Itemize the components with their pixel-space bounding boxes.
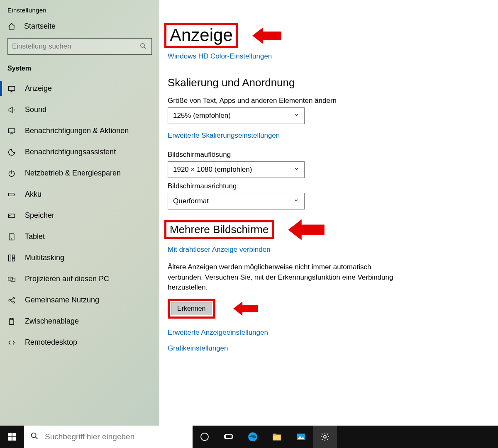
svg-rect-12 xyxy=(8,277,12,280)
focus-assist-icon xyxy=(7,148,16,156)
label-text-size: Größe von Text, Apps und anderen Element… xyxy=(168,97,498,105)
sidebar-item-label: Benachrichtigungen & Aktionen xyxy=(25,127,129,135)
project-icon xyxy=(7,275,16,283)
taskbar-photos[interactable] xyxy=(289,426,313,448)
svg-point-24 xyxy=(201,433,208,441)
sidebar-item-zwischenablage[interactable]: Zwischenablage xyxy=(0,311,159,332)
svg-rect-13 xyxy=(11,278,15,281)
sidebar: Einstellungen Startseite System Anzeige … xyxy=(0,0,159,426)
main-content: Anzeige Windows HD Color-Einstellungen S… xyxy=(159,0,498,426)
sidebar-item-label: Benachrichtigungsassistent xyxy=(25,148,116,156)
sidebar-category: System xyxy=(0,62,159,78)
taskbar-explorer[interactable] xyxy=(265,426,289,448)
svg-point-8 xyxy=(11,239,12,239)
sidebar-item-speicher[interactable]: Speicher xyxy=(0,205,159,226)
power-icon xyxy=(7,169,16,178)
sidebar-item-remotedesktop[interactable]: Remotedesktop xyxy=(0,332,159,353)
link-advanced-scaling[interactable]: Erweiterte Skalierungseinstellungen xyxy=(168,131,280,140)
svg-rect-1 xyxy=(9,86,15,90)
svg-rect-11 xyxy=(12,258,15,261)
sidebar-home[interactable]: Startseite xyxy=(0,18,159,36)
sidebar-item-akku[interactable]: Akku xyxy=(0,184,159,205)
taskbar-icons xyxy=(193,426,337,448)
svg-rect-25 xyxy=(225,434,232,438)
select-orientation-value: Querformat xyxy=(173,197,209,205)
sidebar-item-label: Gemeinsame Nutzung xyxy=(25,296,99,304)
detect-button[interactable]: Erkennen xyxy=(171,302,212,315)
svg-rect-21 xyxy=(8,437,12,441)
svg-point-14 xyxy=(9,299,10,301)
select-resolution[interactable]: 1920 × 1080 (empfohlen) xyxy=(168,161,305,178)
select-orientation[interactable]: Querformat xyxy=(168,193,305,209)
label-orientation: Bildschirmausrichtung xyxy=(168,182,498,190)
link-graphics-settings[interactable]: Grafikeinstellungen xyxy=(168,344,228,353)
share-icon xyxy=(7,296,16,304)
sidebar-item-sound[interactable]: Sound xyxy=(0,99,159,120)
select-resolution-value: 1920 × 1080 (empfohlen) xyxy=(173,166,252,174)
svg-rect-4 xyxy=(9,193,14,196)
multitasking-icon xyxy=(7,254,16,262)
sidebar-item-multitasking[interactable]: Multitasking xyxy=(0,247,159,268)
sidebar-item-label: Remotedesktop xyxy=(25,338,77,347)
sidebar-item-label: Speicher xyxy=(25,211,54,220)
section-multi-heading: Mehrere Bildschirme xyxy=(164,220,274,239)
sidebar-item-projizieren[interactable]: Projizieren auf diesen PC xyxy=(0,268,159,290)
link-hd-color[interactable]: Windows HD Color-Einstellungen xyxy=(168,52,272,61)
svg-rect-10 xyxy=(12,255,15,258)
start-button[interactable] xyxy=(0,426,24,448)
svg-rect-22 xyxy=(12,437,16,441)
sidebar-item-benachrichtigungsassistent[interactable]: Benachrichtigungsassistent xyxy=(0,141,159,163)
home-icon xyxy=(7,22,16,31)
taskbar-search-input[interactable] xyxy=(45,432,187,441)
sidebar-search-input[interactable] xyxy=(7,38,152,55)
annotation-arrow-icon xyxy=(301,224,325,235)
taskbar-settings[interactable] xyxy=(313,426,337,448)
sidebar-item-label: Anzeige xyxy=(25,84,52,93)
link-wireless-display[interactable]: Mit drahtloser Anzeige verbinden xyxy=(168,246,271,254)
sidebar-item-label: Tablet xyxy=(25,232,45,241)
sidebar-item-anzeige[interactable]: Anzeige xyxy=(0,78,159,99)
page-title: Anzeige xyxy=(164,23,238,48)
notifications-icon xyxy=(7,127,16,135)
taskbar-edge[interactable] xyxy=(241,426,265,448)
svg-rect-19 xyxy=(8,433,12,436)
svg-point-15 xyxy=(13,297,15,299)
sidebar-item-label: Multitasking xyxy=(25,253,64,262)
sidebar-item-label: Sound xyxy=(25,105,46,114)
svg-point-6 xyxy=(10,215,10,216)
taskbar-task-view[interactable] xyxy=(217,426,241,448)
sidebar-item-label: Akku xyxy=(25,190,42,199)
svg-rect-20 xyxy=(12,433,16,436)
svg-point-23 xyxy=(32,433,36,438)
chevron-down-icon xyxy=(293,166,299,174)
select-text-size-value: 125% (empfohlen) xyxy=(173,112,231,120)
chevron-down-icon xyxy=(293,197,299,205)
link-advanced-display[interactable]: Erweiterte Anzeigeeinstellungen xyxy=(168,329,268,337)
storage-icon xyxy=(7,212,16,220)
sidebar-item-label: Zwischenablage xyxy=(25,317,79,326)
sidebar-item-benachrichtigungen[interactable]: Benachrichtigungen & Aktionen xyxy=(0,120,159,141)
chevron-down-icon xyxy=(293,112,299,120)
label-resolution: Bildschirmauflösung xyxy=(168,151,498,159)
multi-description: Ältere Anzeigen werden möglicherweise ni… xyxy=(168,262,400,293)
taskbar-search[interactable] xyxy=(24,426,193,448)
svg-point-31 xyxy=(324,436,326,438)
sound-icon xyxy=(7,106,16,114)
annotation-arrow-icon xyxy=(262,32,281,40)
svg-rect-28 xyxy=(273,433,276,435)
window-title: Einstellungen xyxy=(0,0,159,18)
annotation-box: Erkennen xyxy=(168,299,215,319)
taskbar-cortana[interactable] xyxy=(193,426,217,448)
svg-point-16 xyxy=(13,302,15,303)
select-text-size[interactable]: 125% (empfohlen) xyxy=(168,107,305,124)
search-icon xyxy=(30,431,39,442)
annotation-arrow-icon xyxy=(242,305,258,312)
sidebar-search[interactable] xyxy=(7,38,152,55)
sidebar-item-gemeinsame-nutzung[interactable]: Gemeinsame Nutzung xyxy=(0,290,159,311)
sidebar-item-tablet[interactable]: Tablet xyxy=(0,226,159,247)
search-icon xyxy=(139,42,147,51)
sidebar-item-label: Netzbetrieb & Energiesparen xyxy=(25,169,121,178)
svg-rect-9 xyxy=(9,255,11,261)
battery-icon xyxy=(7,190,16,199)
sidebar-item-netzbetrieb[interactable]: Netzbetrieb & Energiesparen xyxy=(0,163,159,184)
